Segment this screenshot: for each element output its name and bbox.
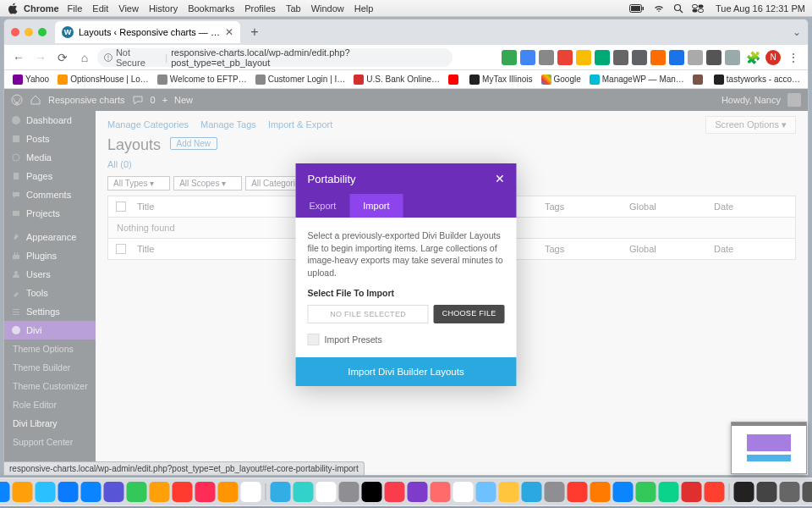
new-link[interactable]: New bbox=[174, 95, 193, 105]
dock-app-icon[interactable] bbox=[36, 482, 56, 502]
sidebar-item-comments[interactable]: Comments bbox=[4, 185, 96, 204]
extension-icon[interactable] bbox=[706, 50, 721, 65]
tabs-overflow-icon[interactable]: ⌄ bbox=[793, 26, 801, 38]
extension-icon[interactable] bbox=[557, 50, 573, 65]
menu-window[interactable]: Window bbox=[311, 3, 344, 14]
sidebar-item-divi[interactable]: Divi bbox=[4, 321, 96, 340]
sidebar-item-dashboard[interactable]: Dashboard bbox=[4, 111, 96, 130]
dock-app-icon[interactable] bbox=[613, 482, 634, 502]
bookmark-item[interactable]: Welcome to EFTP… bbox=[154, 75, 250, 85]
menu-view[interactable]: View bbox=[118, 3, 139, 14]
tab-close-icon[interactable]: ✕ bbox=[225, 26, 233, 38]
dock-app-icon[interactable] bbox=[453, 482, 474, 502]
control-center-icon[interactable] bbox=[692, 4, 704, 13]
sidebar-item-projects[interactable]: Projects bbox=[4, 204, 96, 223]
dock-app-icon[interactable] bbox=[13, 482, 33, 502]
dock-app-icon[interactable] bbox=[636, 482, 656, 502]
extension-icon[interactable] bbox=[669, 50, 684, 65]
extension-icon[interactable] bbox=[595, 50, 610, 65]
sidebar-item-pages[interactable]: Pages bbox=[4, 167, 96, 185]
filter-scopes[interactable]: All Scopes ▾ bbox=[173, 176, 242, 190]
home-icon[interactable] bbox=[30, 94, 41, 106]
nav-back-button[interactable]: ← bbox=[9, 48, 28, 67]
dock-app-icon[interactable] bbox=[734, 482, 754, 502]
window-minimize[interactable] bbox=[25, 28, 33, 36]
extension-icon[interactable] bbox=[632, 50, 647, 65]
bookmark-item[interactable]: tastyworks - acco… bbox=[710, 75, 804, 85]
extension-icon[interactable] bbox=[688, 50, 703, 65]
filter-types[interactable]: All Types ▾ bbox=[107, 176, 170, 190]
modal-tab-import[interactable]: Import bbox=[349, 194, 403, 218]
extension-icon[interactable] bbox=[502, 50, 517, 65]
add-new-button[interactable]: Add New bbox=[170, 137, 218, 150]
bookmark-item[interactable]: OptionsHouse | Lo… bbox=[54, 75, 152, 85]
extension-icon[interactable] bbox=[650, 50, 666, 65]
bookmark-item[interactable] bbox=[689, 75, 709, 85]
bookmarks-overflow[interactable]: » bbox=[807, 75, 808, 84]
new-plus[interactable]: + bbox=[162, 95, 167, 105]
menu-edit[interactable]: Edit bbox=[92, 3, 108, 14]
dock-app-icon[interactable] bbox=[104, 482, 124, 502]
import-presets-checkbox[interactable] bbox=[308, 334, 320, 345]
window-close[interactable] bbox=[11, 28, 19, 36]
sidebar-item-users[interactable]: Users bbox=[4, 265, 96, 284]
dock-app-icon[interactable] bbox=[362, 482, 382, 502]
tab-manage-tags[interactable]: Manage Tags bbox=[200, 119, 256, 130]
sidebar-item-appearance[interactable]: Appearance bbox=[4, 228, 96, 246]
window-maximize[interactable] bbox=[38, 28, 47, 36]
tab-manage-categories[interactable]: Manage Categories bbox=[107, 119, 189, 130]
dock-app-icon[interactable] bbox=[58, 482, 79, 502]
site-name-link[interactable]: Responsive charts bbox=[48, 95, 125, 105]
dock-app-icon[interactable] bbox=[659, 482, 679, 502]
menu-history[interactable]: History bbox=[149, 3, 178, 14]
bookmark-item[interactable]: U.S. Bank Online… bbox=[350, 75, 443, 85]
dock-app-icon[interactable] bbox=[568, 482, 588, 502]
dock-app-icon[interactable] bbox=[81, 482, 102, 502]
dock-app-icon[interactable] bbox=[173, 482, 193, 502]
tab-import-export[interactable]: Import & Export bbox=[268, 119, 332, 130]
dock-app-icon[interactable] bbox=[803, 482, 813, 502]
bookmark-item[interactable]: MyTax Illinois bbox=[466, 75, 535, 85]
modal-tab-export[interactable]: Export bbox=[296, 194, 350, 218]
select-all-checkbox-footer[interactable] bbox=[116, 244, 126, 254]
sidebar-sub-role-editor[interactable]: Role Editor bbox=[4, 395, 96, 414]
dock-app-icon[interactable] bbox=[385, 482, 405, 502]
sidebar-item-tools[interactable]: Tools bbox=[4, 284, 96, 302]
modal-close-button[interactable]: ✕ bbox=[495, 172, 505, 185]
sidebar-item-posts[interactable]: Posts bbox=[4, 130, 96, 148]
dock-app-icon[interactable] bbox=[757, 482, 777, 502]
bookmark-item[interactable]: Yahoo bbox=[9, 75, 52, 85]
menu-profiles[interactable]: Profiles bbox=[244, 3, 276, 14]
extension-icon[interactable] bbox=[725, 50, 740, 65]
dock-app-icon[interactable] bbox=[195, 482, 216, 502]
profile-avatar[interactable]: N bbox=[765, 50, 781, 65]
comment-icon[interactable] bbox=[132, 94, 144, 106]
sidebar-sub-divi-library[interactable]: Divi Library bbox=[4, 414, 96, 433]
dock-app-icon[interactable] bbox=[545, 482, 565, 502]
dock-app-icon[interactable] bbox=[271, 482, 291, 502]
extension-icon[interactable] bbox=[576, 50, 591, 65]
dock-app-icon[interactable] bbox=[499, 482, 519, 502]
sidebar-sub-theme-builder[interactable]: Theme Builder bbox=[4, 358, 96, 377]
extension-icon[interactable] bbox=[613, 50, 628, 65]
dock-app-icon[interactable] bbox=[476, 482, 497, 502]
browser-tab[interactable]: W Layouts ‹ Responsive charts — … ✕ bbox=[55, 21, 240, 43]
nav-home-button[interactable]: ⌂ bbox=[75, 48, 94, 67]
bookmark-item[interactable]: Google bbox=[538, 75, 584, 85]
bookmark-item[interactable] bbox=[445, 75, 464, 85]
sidebar-sub-theme-options[interactable]: Theme Options bbox=[4, 340, 96, 358]
dock-app-icon[interactable] bbox=[780, 482, 800, 502]
dock-app-icon[interactable] bbox=[431, 482, 451, 502]
dock-app-icon[interactable] bbox=[339, 482, 359, 502]
dock-app-icon[interactable] bbox=[218, 482, 239, 502]
dock-app-icon[interactable] bbox=[316, 482, 337, 502]
menu-tab[interactable]: Tab bbox=[286, 3, 301, 14]
new-tab-button[interactable]: + bbox=[245, 23, 264, 41]
import-layouts-button[interactable]: Import Divi Builder Layouts bbox=[296, 357, 517, 386]
sidebar-item-settings[interactable]: Settings bbox=[4, 302, 96, 321]
chrome-menu-icon[interactable]: ⋮ bbox=[784, 48, 803, 67]
dock-app-icon[interactable] bbox=[0, 482, 10, 502]
wordpress-icon[interactable] bbox=[11, 94, 23, 106]
menu-bookmarks[interactable]: Bookmarks bbox=[188, 3, 234, 14]
bookmark-item[interactable]: ManageWP — Man… bbox=[586, 75, 688, 85]
